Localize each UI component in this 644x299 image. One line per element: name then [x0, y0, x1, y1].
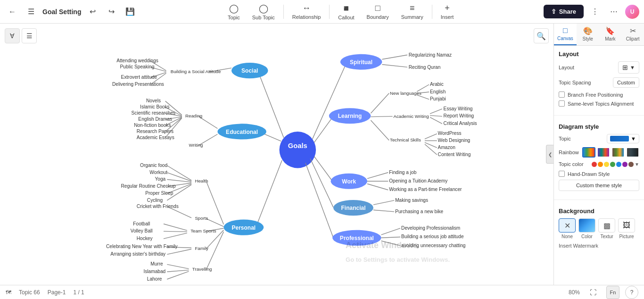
same-level-row: Same-level Topics Alignment: [559, 100, 639, 107]
color-dot-orange[interactable]: [598, 162, 603, 167]
undo-button[interactable]: ↩: [85, 4, 100, 19]
svg-line-96: [256, 160, 282, 227]
left-panel: ∀ ☰: [5, 28, 37, 43]
svg-line-135: [167, 271, 189, 279]
layout-section-title: Layout: [559, 50, 639, 58]
same-level-checkbox[interactable]: [559, 100, 565, 107]
svg-text:Research Papers: Research Papers: [137, 129, 173, 134]
tab-style[interactable]: 🎨 Style: [577, 24, 599, 45]
color-dot-green[interactable]: [610, 162, 615, 167]
zoom-level: 80%: [569, 289, 580, 296]
custom-theme-button[interactable]: Custom theme style: [559, 180, 639, 191]
topic-icon: ◯: [229, 3, 239, 14]
svg-text:Academic Essays: Academic Essays: [137, 135, 174, 140]
bg-opt-none[interactable]: ✕ None: [559, 218, 576, 239]
svg-line-13: [417, 84, 429, 91]
more-button[interactable]: ⋯: [606, 4, 621, 19]
topic-spacing-label: Topic Spacing: [559, 80, 591, 85]
fullscreen-button[interactable]: ⛶: [586, 285, 601, 299]
section-divider-1: [554, 115, 644, 116]
rainbow-opt-1[interactable]: [582, 147, 595, 158]
rainbow-label: Rainbow: [559, 150, 579, 155]
rainbow-opt-2[interactable]: [597, 147, 610, 158]
layout-row: Layout ⊞ ▼: [559, 61, 639, 74]
color-dot-brown[interactable]: [628, 162, 634, 167]
redo-button[interactable]: ↪: [104, 4, 119, 19]
svg-text:Cycling: Cycling: [147, 198, 163, 203]
svg-text:Professional: Professional: [340, 235, 374, 241]
summary-icon: ≡: [410, 3, 415, 13]
svg-text:Critical Analysis: Critical Analysis: [444, 121, 477, 126]
tab-clipart[interactable]: ✂ Clipart: [621, 24, 644, 45]
save-button[interactable]: 💾: [123, 4, 138, 19]
svg-text:Reading: Reading: [185, 113, 202, 118]
insert-watermark-btn[interactable]: Insert Watermark: [559, 243, 639, 249]
svg-line-46: [310, 158, 333, 207]
svg-text:Social: Social: [241, 67, 258, 74]
topic-color-row: Topic color ▼: [559, 161, 639, 167]
svg-line-49: [373, 200, 394, 205]
tool-insert[interactable]: + Insert: [435, 1, 460, 22]
branch-free-checkbox[interactable]: [559, 91, 565, 98]
topic-ds-label: Topic: [559, 136, 571, 141]
tool-summary[interactable]: ≡ Summary: [396, 1, 429, 22]
canvas-icon: □: [563, 26, 568, 35]
tool-boundary[interactable]: □ Boundary: [361, 1, 395, 22]
grid-view-btn[interactable]: ∀: [5, 28, 20, 43]
subtopic-icon: ◯: [259, 3, 268, 14]
panel-toggle[interactable]: ❮: [546, 145, 553, 164]
color-dot-yellow[interactable]: [604, 162, 609, 167]
topic-color-label: Topic color: [559, 161, 584, 167]
color-more-icon[interactable]: ▼: [635, 162, 639, 167]
color-dot-blue[interactable]: [616, 162, 621, 167]
canvas-area[interactable]: ∀ ☰ 🔍 ❮ .branch-label { font-family: 'Se…: [0, 24, 553, 285]
tool-topic[interactable]: ◯ Topic: [222, 1, 246, 22]
bg-opt-texture[interactable]: ▩ Textur: [598, 218, 615, 239]
mindmap-svg: .branch-label { font-family: 'Segoe UI',…: [0, 24, 553, 285]
tool-relationship[interactable]: ↔ Relationship: [287, 1, 327, 22]
section-divider-2: [554, 199, 644, 200]
svg-line-56: [381, 228, 401, 235]
list-view-btn[interactable]: ☰: [22, 28, 37, 43]
tool-subtopic[interactable]: ◯ Sub Topic: [247, 1, 281, 22]
rainbow-opt-3[interactable]: [611, 147, 625, 158]
svg-text:Working as a Part-time Freelan: Working as a Part-time Freelancer: [389, 187, 462, 192]
svg-line-134: [167, 270, 189, 272]
svg-line-42: [367, 184, 388, 190]
svg-line-99: [206, 181, 223, 224]
toolbar: ← ☰ Goal Setting ↩ ↪ 💾 ◯ Topic ◯ Sub Top…: [0, 0, 644, 24]
tool-callout[interactable]: ◾ Callout: [332, 1, 360, 22]
svg-text:Personal: Personal: [231, 224, 256, 231]
svg-text:Arranging sister's birthday: Arranging sister's birthday: [110, 251, 166, 257]
relationship-icon: ↔: [302, 3, 311, 13]
color-dot-red[interactable]: [592, 162, 597, 167]
svg-line-5: [382, 65, 407, 67]
svg-line-32: [425, 144, 437, 155]
svg-text:Making savings: Making savings: [395, 198, 428, 203]
hand-drawn-row: Hand-Drawn Style: [559, 171, 639, 177]
svg-text:Finding a job: Finding a job: [389, 170, 416, 175]
share-button[interactable]: ⇧ Share: [544, 5, 584, 18]
key-button[interactable]: Fn: [606, 286, 619, 299]
grid-button[interactable]: ⋮: [587, 4, 603, 19]
rainbow-opt-4[interactable]: [626, 147, 639, 158]
svg-text:Football: Football: [133, 221, 150, 226]
color-dot-purple[interactable]: [622, 162, 627, 167]
menu-button[interactable]: ☰: [24, 4, 39, 19]
svg-text:Attending weddings: Attending weddings: [116, 58, 158, 63]
topic-spacing-selector[interactable]: Custom: [613, 77, 639, 88]
layout-selector[interactable]: ⊞ ▼: [618, 61, 639, 74]
tab-mark[interactable]: 🔖 Mark: [599, 24, 622, 45]
svg-text:Family: Family: [195, 246, 208, 251]
tab-canvas[interactable]: □ Canvas: [554, 24, 577, 45]
bg-opt-picture[interactable]: 🖼 Picture: [618, 218, 635, 239]
back-button[interactable]: ←: [5, 4, 20, 19]
bg-opt-color[interactable]: Color: [578, 218, 595, 239]
help-button[interactable]: ?: [625, 286, 638, 299]
hand-drawn-checkbox[interactable]: [559, 171, 565, 177]
topic-style-selector[interactable]: ▼: [607, 134, 639, 143]
page-fraction: 1 / 1: [73, 289, 84, 296]
search-button[interactable]: 🔍: [534, 28, 549, 43]
svg-text:Learning: Learning: [338, 113, 362, 119]
svg-line-128: [167, 249, 191, 254]
